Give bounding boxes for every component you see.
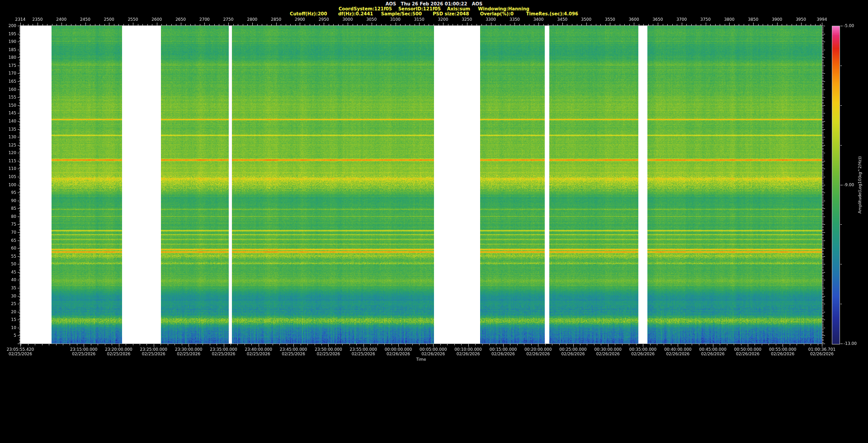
time-axis-minor-tick — [251, 344, 252, 345]
freq-axis-minor-tick-right — [822, 337, 824, 338]
freq-axis-label: 185 — [0, 47, 16, 52]
time-axis-tick — [119, 344, 119, 347]
top-axis-label: 2500 — [104, 17, 114, 22]
time-axis-tick — [748, 344, 748, 347]
time-axis-minor-tick — [133, 344, 133, 345]
freq-axis-label: 195 — [0, 32, 16, 36]
time-axis-tick — [84, 344, 84, 347]
top-axis-tick — [658, 23, 658, 26]
freq-axis-minor-tick-right — [822, 175, 824, 175]
time-axis-minor-tick — [384, 344, 385, 345]
freq-axis-minor-tick-right — [822, 207, 824, 207]
time-axis-minor-tick — [489, 344, 490, 345]
time-axis-minor-tick — [315, 344, 315, 345]
time-axis-minor-tick — [510, 344, 510, 345]
freq-axis-label: 150 — [0, 103, 16, 108]
freq-axis-minor-tick-right — [822, 155, 824, 155]
time-tick-time: 00:10:00.000 — [454, 347, 481, 352]
top-axis-tick — [634, 23, 634, 26]
time-tick-time: 00:15:00.000 — [490, 347, 517, 352]
top-axis-label: 3800 — [724, 17, 735, 22]
time-axis-minor-tick — [419, 344, 420, 345]
time-tick-label: 00:40:00.00002/26/2026 — [664, 347, 691, 356]
top-axis-tick — [276, 23, 277, 26]
freq-axis-minor-tick-right — [822, 62, 824, 63]
freq-axis-label: 55 — [0, 254, 16, 259]
freq-axis-minor-tick-right — [822, 266, 824, 266]
time-tick-date: 02/26/2026 — [524, 352, 552, 356]
freq-axis-minor-tick-right — [822, 78, 824, 79]
time-axis-minor-tick — [517, 344, 518, 345]
colorbar-gradient — [832, 26, 840, 344]
freq-axis-minor-tick-right — [822, 102, 824, 103]
top-axis-tick — [682, 23, 682, 26]
time-tick-date: 02/26/2026 — [490, 352, 517, 356]
freq-axis-minor-tick-right — [822, 151, 824, 152]
top-axis-label: 3900 — [772, 17, 782, 22]
freq-axis-tick-right — [822, 97, 825, 98]
freq-axis-label: 40 — [0, 278, 16, 282]
freq-axis-minor-tick-right — [822, 227, 824, 228]
time-axis-minor-tick — [566, 344, 566, 345]
time-axis-minor-tick — [461, 344, 462, 345]
time-axis-minor-tick — [433, 344, 434, 345]
time-axis-minor-tick — [259, 344, 259, 345]
freq-axis-minor-tick-right — [822, 178, 824, 179]
freq-axis-minor-tick-right — [822, 54, 824, 55]
freq-axis-minor-tick-right — [822, 296, 824, 297]
freq-axis-minor-tick-right — [822, 193, 824, 193]
freq-axis-label: 100 — [0, 183, 16, 187]
freq-axis-label: 110 — [0, 166, 16, 171]
freq-axis-tick-right — [822, 177, 825, 177]
time-axis-minor-tick — [119, 344, 119, 345]
time-axis-minor-tick — [503, 344, 504, 345]
time-axis-tick — [538, 344, 538, 347]
time-axis-minor-tick — [587, 344, 587, 345]
freq-axis-minor-tick-right — [822, 129, 824, 130]
time-tick-label: 00:55:00.00002/26/2026 — [769, 347, 796, 356]
freq-axis-minor-tick-right — [822, 290, 824, 290]
freq-axis-tick-right — [822, 90, 825, 90]
top-axis-label: 3000 — [343, 17, 353, 22]
freq-axis-label: 30 — [0, 294, 16, 298]
freq-axis-label: 145 — [0, 111, 16, 115]
top-axis-tick — [20, 23, 21, 26]
freq-axis-minor-tick-right — [822, 285, 824, 285]
time-axis-minor-tick — [77, 344, 77, 345]
top-axis-label: 2700 — [199, 17, 210, 22]
freq-axis-minor-tick-right — [822, 306, 824, 306]
time-tick-label: 23:15:00.00002/25/2026 — [70, 347, 97, 356]
time-tick-time: 23:50:00.000 — [315, 347, 342, 352]
freq-axis-tick-right — [822, 320, 825, 320]
freq-axis-tick-right — [822, 256, 825, 257]
freq-axis-minor-tick-right — [822, 323, 824, 323]
freq-axis-minor-tick-right — [822, 315, 824, 316]
freq-axis-minor-tick-right — [822, 81, 824, 82]
time-axis-minor-tick — [720, 344, 720, 345]
colorbar-tick-label: -9.00 — [844, 183, 854, 187]
freq-axis-minor-tick-right — [822, 304, 824, 304]
time-axis-minor-tick — [363, 344, 364, 345]
freq-axis-tick-right — [822, 185, 825, 185]
top-axis-label: 3650 — [653, 17, 663, 22]
top-axis-tick — [801, 23, 802, 26]
colorbar-minor-tick — [840, 224, 842, 225]
freq-axis-label: 135 — [0, 127, 16, 132]
spectrogram-canvas[interactable] — [20, 26, 822, 344]
time-axis-minor-tick — [552, 344, 552, 345]
freq-axis-minor-tick-right — [822, 172, 824, 172]
time-tick-date: 02/25/2026 — [210, 352, 237, 356]
freq-axis-minor-tick-right — [822, 185, 824, 185]
freq-axis-minor-tick-right — [822, 328, 824, 328]
top-axis-label: 2750 — [223, 17, 234, 22]
time-axis-tick — [783, 344, 783, 347]
freq-axis-minor-tick — [19, 344, 20, 344]
time-axis-minor-tick — [189, 344, 189, 345]
freq-axis-minor-tick-right — [822, 297, 824, 298]
freq-axis-minor-tick-right — [822, 237, 824, 238]
time-axis-minor-tick — [273, 344, 273, 345]
freq-axis-minor-tick-right — [822, 212, 824, 212]
freq-axis-label: 90 — [0, 198, 16, 203]
time-axis-tick — [573, 344, 574, 347]
freq-axis-minor-tick-right — [822, 127, 824, 128]
